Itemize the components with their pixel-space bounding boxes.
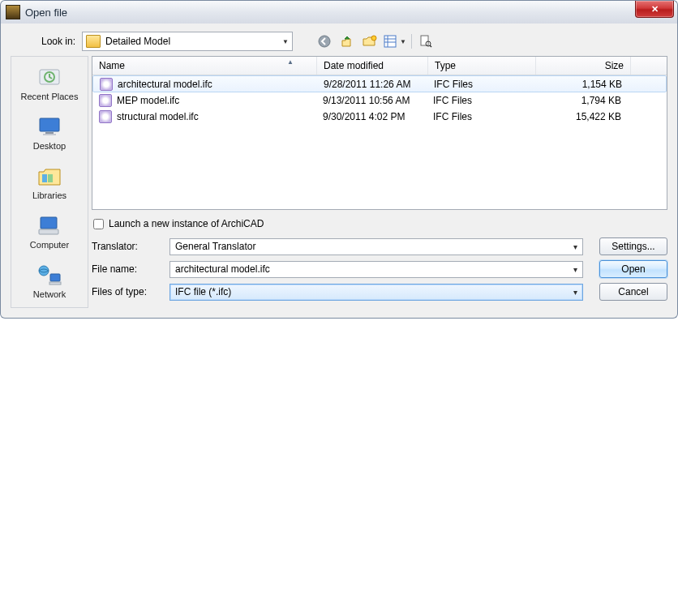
filename-input[interactable]: architectural model.ifc xyxy=(170,261,583,278)
translator-row: Translator: General Translator Settings.… xyxy=(92,237,667,255)
network-icon xyxy=(36,263,63,287)
app-icon xyxy=(6,5,20,19)
place-libraries[interactable]: Libraries xyxy=(11,164,88,200)
close-button[interactable]: ✕ xyxy=(635,1,674,18)
file-list[interactable]: Name Date modified Type Size ▲ architect… xyxy=(92,56,667,210)
nav-toolbar: ▼ xyxy=(315,33,435,49)
lookin-combo[interactable]: Detailed Model ▼ xyxy=(82,32,293,51)
open-button[interactable]: Open xyxy=(599,260,667,278)
file-size: 1,794 KB xyxy=(534,95,628,106)
back-button[interactable] xyxy=(315,33,333,49)
svg-rect-14 xyxy=(42,174,47,182)
chevron-down-icon: ▼ xyxy=(400,38,406,45)
place-recent[interactable]: Recent Places xyxy=(11,65,88,101)
file-icon xyxy=(100,78,113,91)
file-row[interactable]: structural model.ifc9/30/2011 4:02 PMIFC… xyxy=(92,109,667,125)
place-label: Libraries xyxy=(32,190,67,200)
translator-combo[interactable]: General Translator xyxy=(170,238,583,255)
file-date: 9/30/2011 4:02 PM xyxy=(316,111,427,122)
up-one-level-button[interactable] xyxy=(338,33,356,49)
lookin-label: Look in: xyxy=(11,36,75,47)
views-icon xyxy=(384,35,397,48)
file-type: IFC Files xyxy=(427,111,534,122)
new-folder-button[interactable] xyxy=(361,33,379,49)
cancel-button[interactable]: Cancel xyxy=(599,283,667,301)
file-size: 1,154 KB xyxy=(534,79,629,90)
place-desktop[interactable]: Desktop xyxy=(11,114,88,151)
lookin-value: Detailed Model xyxy=(105,36,170,47)
filetype-combo[interactable]: IFC file (*.ifc) xyxy=(170,284,583,301)
main-area: Recent Places Desktop Libraries xyxy=(11,56,667,308)
file-date: 9/28/2011 11:26 AM xyxy=(317,79,427,90)
file-rows: architectural model.ifc9/28/2011 11:26 A… xyxy=(92,75,667,125)
views-menu-button[interactable]: ▼ xyxy=(384,33,406,49)
svg-rect-12 xyxy=(45,132,54,134)
new-instance-checkbox[interactable] xyxy=(93,219,104,229)
place-network[interactable]: Network xyxy=(11,263,88,299)
file-type: IFC Files xyxy=(427,95,534,106)
folder-icon xyxy=(86,35,101,48)
up-icon xyxy=(341,35,354,48)
file-row[interactable]: MEP model.ifc9/13/2011 10:56 AMIFC Files… xyxy=(92,92,667,109)
file-size: 15,422 KB xyxy=(534,111,628,122)
place-label: Desktop xyxy=(33,141,66,151)
filename-row: File name: architectural model.ifc Open xyxy=(92,260,667,278)
open-file-dialog: Open file ✕ Look in: Detailed Model ▼ xyxy=(0,0,678,319)
svg-rect-13 xyxy=(43,134,56,135)
svg-line-8 xyxy=(430,45,431,47)
settings-button[interactable]: Settings... xyxy=(599,237,667,255)
computer-icon xyxy=(36,213,63,237)
place-label: Recent Places xyxy=(21,92,79,101)
dialog-body: Look in: Detailed Model ▼ ▼ xyxy=(0,24,678,319)
file-name: structural model.ifc xyxy=(117,111,199,122)
file-name: MEP model.ifc xyxy=(117,95,179,106)
svg-rect-20 xyxy=(49,282,61,284)
right-column: Name Date modified Type Size ▲ architect… xyxy=(92,56,667,308)
lookin-row: Look in: Detailed Model ▼ ▼ xyxy=(11,32,667,51)
file-icon xyxy=(99,110,112,123)
filetype-label: Files of type: xyxy=(92,286,163,297)
svg-point-1 xyxy=(371,36,376,41)
new-instance-checkbox-row: Launch a new instance of ArchiCAD xyxy=(93,218,667,229)
svg-rect-2 xyxy=(384,36,396,47)
file-row[interactable]: architectural model.ifc9/28/2011 11:26 A… xyxy=(92,75,667,92)
svg-rect-17 xyxy=(39,229,58,234)
sort-indicator-icon: ▲ xyxy=(287,58,294,66)
column-header-type[interactable]: Type xyxy=(428,57,536,75)
svg-rect-6 xyxy=(421,36,428,45)
svg-point-0 xyxy=(319,36,330,47)
chevron-down-icon: ▼ xyxy=(282,38,289,45)
file-name: architectural model.ifc xyxy=(118,79,212,90)
new-folder-icon xyxy=(363,35,377,48)
column-header-date[interactable]: Date modified xyxy=(317,57,428,75)
preview-icon xyxy=(419,35,432,48)
svg-rect-16 xyxy=(41,217,57,229)
svg-rect-15 xyxy=(48,174,53,182)
filename-label: File name: xyxy=(92,263,163,275)
back-icon xyxy=(318,35,331,48)
window-title: Open file xyxy=(25,6,67,19)
recent-icon xyxy=(36,65,63,89)
preview-button[interactable] xyxy=(417,33,435,49)
libraries-icon xyxy=(36,164,63,188)
place-label: Network xyxy=(33,289,66,299)
file-icon xyxy=(99,94,112,107)
place-computer[interactable]: Computer xyxy=(11,213,88,250)
separator xyxy=(411,34,412,49)
column-header-name[interactable]: Name xyxy=(92,57,317,75)
place-label: Computer xyxy=(30,240,69,250)
svg-rect-11 xyxy=(40,118,59,131)
file-type: IFC Files xyxy=(427,79,534,90)
svg-rect-19 xyxy=(50,274,60,281)
column-headers: Name Date modified Type Size xyxy=(92,57,667,75)
file-date: 9/13/2011 10:56 AM xyxy=(316,95,427,106)
desktop-icon xyxy=(36,114,63,139)
column-header-size[interactable]: Size xyxy=(536,57,631,75)
translator-label: Translator: xyxy=(92,241,163,252)
titlebar: Open file ✕ xyxy=(0,0,678,24)
checkbox-label: Launch a new instance of ArchiCAD xyxy=(109,218,264,229)
svg-point-18 xyxy=(39,266,49,276)
places-bar: Recent Places Desktop Libraries xyxy=(11,56,88,308)
filetype-row: Files of type: IFC file (*.ifc) Cancel xyxy=(92,283,667,301)
